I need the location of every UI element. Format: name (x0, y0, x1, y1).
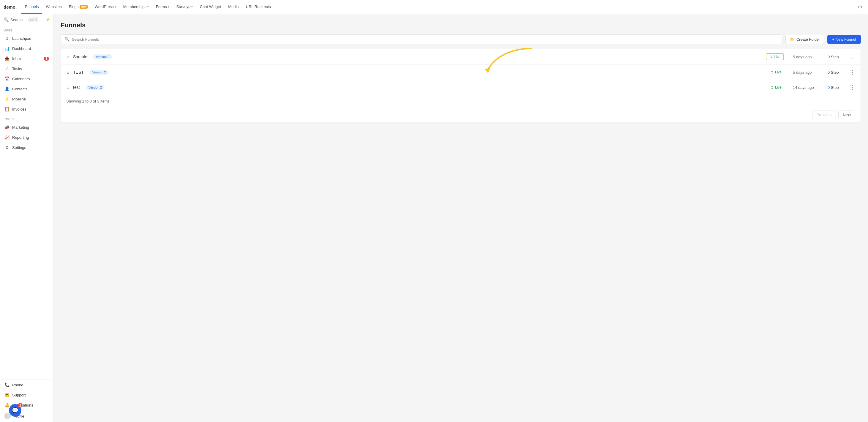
sidebar-item-invoices[interactable]: 📋Invoices (0, 104, 53, 114)
nav-item-url-redirects[interactable]: URL Redirects (242, 0, 275, 14)
sidebar-item-reporting[interactable]: 📈Reporting (0, 132, 53, 142)
sidebar-section-label: Apps (0, 25, 53, 33)
sidebar-item-pipeline[interactable]: ⚡Pipeline (0, 94, 53, 104)
live-badge: ⊙ Live (766, 53, 784, 60)
live-dot: ⊙ (771, 70, 774, 74)
sidebar-badge: 1 (44, 57, 49, 61)
funnel-name[interactable]: TEST (73, 70, 84, 74)
chat-bubble[interactable]: 💬 2 (9, 404, 21, 417)
nav-item-media[interactable]: Media (224, 0, 242, 14)
pipeline-icon: ⚡ (4, 97, 9, 101)
bell-icon: 🔔 (4, 403, 9, 408)
showing-text: Showing 1 to 3 of 3 items (61, 95, 861, 108)
funnel-steps: 0 Step (828, 70, 844, 74)
search-shortcut: ctrl K (29, 18, 38, 22)
sidebar-item-contacts[interactable]: 👤Contacts (0, 84, 53, 94)
search-box[interactable]: 🔍 (61, 34, 782, 44)
sidebar-item-label: Contacts (12, 87, 49, 91)
tasks-icon: ✓ (4, 66, 9, 71)
calendars-icon: 📅 (4, 77, 9, 81)
table-row: ⊿TESTVersion 2⊙ Live5 days ago0 Step⋮ (61, 65, 861, 80)
next-button[interactable]: Next (838, 111, 855, 119)
nav-item-memberships[interactable]: Memberships▾ (120, 0, 152, 14)
sidebar-item-label: Reporting (12, 135, 49, 140)
main-content: Funnels 🔍 📁 Create Folder + New Funnel (54, 14, 868, 422)
dashboard-icon: 📊 (4, 46, 9, 51)
sidebar-item-profile[interactable]: P Profile (0, 410, 53, 422)
sidebar-item-notifications[interactable]: 🔔 Notifications (0, 400, 53, 410)
live-dot: ⊙ (771, 85, 774, 89)
sidebar-item-label: Pipeline (12, 97, 49, 101)
nav-item-blogs[interactable]: BlogsNew (65, 0, 91, 14)
sidebar-item-dashboard[interactable]: 📊Dashboard (0, 43, 53, 54)
sidebar-item-phone[interactable]: 📞 Phone (0, 380, 53, 390)
main-layout: 🔍 Search ctrl K ⚡ Apps🖥Launchpad📊Dashboa… (0, 14, 868, 422)
version-badge: Version 2 (93, 54, 112, 59)
pagination: Previous Next (61, 108, 861, 122)
version-badge: Version 2 (90, 70, 109, 74)
funnel-steps: 0 Step (828, 85, 844, 90)
app-logo: demo. (4, 4, 17, 9)
page-title: Funnels (61, 21, 861, 29)
funnel-date: 5 days ago (793, 70, 821, 74)
nav-item-surveys[interactable]: Surveys▾ (173, 0, 196, 14)
sidebar-item-launchpad[interactable]: 🖥Launchpad (0, 33, 53, 43)
search-label: Search (10, 18, 27, 22)
sidebar-item-settings[interactable]: ⚙Settings (0, 142, 53, 152)
live-status: ⊙ Live (768, 69, 784, 75)
funnel-name[interactable]: Sample (73, 54, 87, 59)
version-badge: Version 2 (86, 85, 105, 90)
funnel-date: 14 days ago (793, 85, 821, 90)
create-folder-label: Create Folder (797, 37, 820, 41)
chat-notification-badge: 2 (18, 403, 23, 408)
live-dot: ⊙ (769, 55, 772, 59)
support-icon: 😊 (4, 393, 9, 397)
sidebar-item-support[interactable]: 😊 Support (0, 390, 53, 400)
search-icon: 🔍 (4, 17, 9, 22)
sidebar-bottom: 📞 Phone 😊 Support 🔔 Notifications P Prof… (0, 380, 53, 422)
sidebar-item-inbox[interactable]: 📥Inbox1 (0, 54, 53, 64)
phone-icon: 📞 (4, 383, 9, 387)
new-funnel-button[interactable]: + New Funnel (827, 35, 861, 44)
sidebar-sections: Apps🖥Launchpad📊Dashboard📥Inbox1✓Tasks📅Ca… (0, 25, 53, 152)
sidebar-item-calendars[interactable]: 📅Calendars (0, 74, 53, 84)
funnel-menu-button[interactable]: ⋮ (850, 54, 855, 60)
funnels-table: ⊿SampleVersion 2⊙ Live5 days ago0 Step⋮⊿… (61, 49, 861, 122)
create-folder-button[interactable]: 📁 Create Folder (785, 35, 824, 44)
funnels-table-wrapper: ⊿SampleVersion 2⊙ Live5 days ago0 Step⋮⊿… (61, 49, 861, 122)
funnel-steps: 0 Step (828, 55, 844, 59)
new-funnel-label: + New Funnel (832, 37, 856, 41)
table-row: ⊿testVersion 2⊙ Live14 days ago0 Step⋮ (61, 80, 861, 95)
funnel-menu-button[interactable]: ⋮ (850, 69, 855, 76)
previous-button[interactable]: Previous (812, 111, 836, 119)
sidebar-item-label: Calendars (12, 77, 49, 81)
sidebar-section-label: Tools (0, 114, 53, 122)
nav-items: FunnelsWebsitesBlogsNewWordPress▾Members… (21, 0, 854, 14)
funnels-rows: ⊿SampleVersion 2⊙ Live5 days ago0 Step⋮⊿… (61, 49, 861, 95)
contacts-icon: 👤 (4, 87, 9, 91)
sidebar-item-marketing[interactable]: 📣Marketing (0, 122, 53, 132)
filter-icon: ⊿ (66, 85, 69, 90)
filter-icon: ⊿ (66, 55, 69, 59)
search-button[interactable]: 🔍 Search ctrl K (0, 14, 42, 25)
sidebar-item-label: Tasks (12, 66, 49, 71)
funnel-menu-button[interactable]: ⋮ (850, 84, 855, 91)
nav-item-websites[interactable]: Websites (42, 0, 65, 14)
funnel-name[interactable]: test (73, 85, 80, 90)
nav-item-funnels[interactable]: Funnels (21, 0, 42, 14)
nav-item-chat-widget[interactable]: Chat Widget (196, 0, 225, 14)
marketing-icon: 📣 (4, 125, 9, 129)
reporting-icon: 📈 (4, 135, 9, 140)
lightning-button[interactable]: ⚡ (42, 14, 53, 25)
nav-item-forms[interactable]: Forms▾ (152, 0, 173, 14)
sidebar-item-label: Phone (12, 383, 49, 387)
nav-item-wordpress[interactable]: WordPress▾ (91, 0, 120, 14)
search-icon: 🔍 (64, 37, 69, 41)
search-input[interactable] (72, 37, 779, 41)
sidebar-search-row: 🔍 Search ctrl K ⚡ (0, 14, 53, 25)
top-nav: demo. FunnelsWebsitesBlogsNewWordPress▾M… (0, 0, 868, 14)
sidebar-item-label: Settings (12, 145, 49, 150)
sidebar-item-tasks[interactable]: ✓Tasks (0, 64, 53, 74)
settings-icon[interactable]: ⚙ (856, 2, 864, 12)
table-row: ⊿SampleVersion 2⊙ Live5 days ago0 Step⋮ (61, 49, 861, 65)
